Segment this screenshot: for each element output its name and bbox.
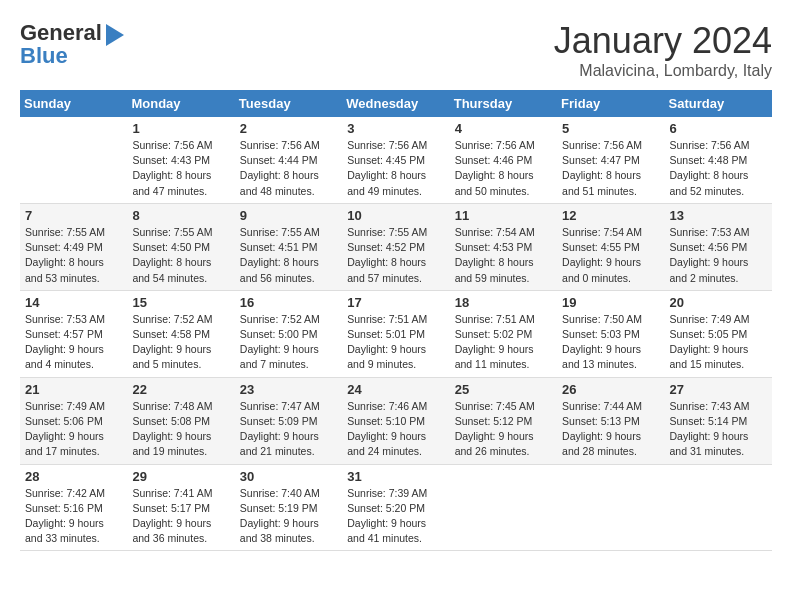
calendar-cell: 30Sunrise: 7:40 AMSunset: 5:19 PMDayligh… <box>235 464 342 551</box>
calendar-week-row: 28Sunrise: 7:42 AMSunset: 5:16 PMDayligh… <box>20 464 772 551</box>
day-number: 14 <box>25 295 122 310</box>
header-sunday: Sunday <box>20 90 127 117</box>
day-info: Sunrise: 7:53 AMSunset: 4:56 PMDaylight:… <box>670 225 767 286</box>
day-number: 7 <box>25 208 122 223</box>
day-info: Sunrise: 7:42 AMSunset: 5:16 PMDaylight:… <box>25 486 122 547</box>
day-number: 26 <box>562 382 659 397</box>
day-info: Sunrise: 7:51 AMSunset: 5:02 PMDaylight:… <box>455 312 552 373</box>
calendar-cell: 25Sunrise: 7:45 AMSunset: 5:12 PMDayligh… <box>450 377 557 464</box>
day-number: 16 <box>240 295 337 310</box>
calendar-cell: 2Sunrise: 7:56 AMSunset: 4:44 PMDaylight… <box>235 117 342 203</box>
calendar-cell: 22Sunrise: 7:48 AMSunset: 5:08 PMDayligh… <box>127 377 234 464</box>
day-number: 24 <box>347 382 444 397</box>
day-number: 1 <box>132 121 229 136</box>
calendar-cell: 23Sunrise: 7:47 AMSunset: 5:09 PMDayligh… <box>235 377 342 464</box>
title-block: January 2024 Malavicina, Lombardy, Italy <box>554 20 772 80</box>
calendar-week-row: 21Sunrise: 7:49 AMSunset: 5:06 PMDayligh… <box>20 377 772 464</box>
header-monday: Monday <box>127 90 234 117</box>
day-info: Sunrise: 7:56 AMSunset: 4:43 PMDaylight:… <box>132 138 229 199</box>
day-number: 20 <box>670 295 767 310</box>
day-info: Sunrise: 7:54 AMSunset: 4:53 PMDaylight:… <box>455 225 552 286</box>
calendar-cell: 21Sunrise: 7:49 AMSunset: 5:06 PMDayligh… <box>20 377 127 464</box>
day-number: 22 <box>132 382 229 397</box>
logo-blue-text: Blue <box>20 44 68 68</box>
day-number: 27 <box>670 382 767 397</box>
header-tuesday: Tuesday <box>235 90 342 117</box>
logo: General Blue <box>20 20 124 68</box>
calendar-cell: 15Sunrise: 7:52 AMSunset: 4:58 PMDayligh… <box>127 290 234 377</box>
calendar-cell: 11Sunrise: 7:54 AMSunset: 4:53 PMDayligh… <box>450 203 557 290</box>
day-info: Sunrise: 7:56 AMSunset: 4:46 PMDaylight:… <box>455 138 552 199</box>
day-number: 8 <box>132 208 229 223</box>
day-number: 29 <box>132 469 229 484</box>
day-number: 18 <box>455 295 552 310</box>
day-info: Sunrise: 7:56 AMSunset: 4:48 PMDaylight:… <box>670 138 767 199</box>
day-number: 31 <box>347 469 444 484</box>
day-number: 15 <box>132 295 229 310</box>
calendar-week-row: 7Sunrise: 7:55 AMSunset: 4:49 PMDaylight… <box>20 203 772 290</box>
header-thursday: Thursday <box>450 90 557 117</box>
day-info: Sunrise: 7:50 AMSunset: 5:03 PMDaylight:… <box>562 312 659 373</box>
logo-text: General <box>20 21 102 45</box>
day-number: 3 <box>347 121 444 136</box>
month-title: January 2024 <box>554 20 772 62</box>
calendar-header-row: SundayMondayTuesdayWednesdayThursdayFrid… <box>20 90 772 117</box>
calendar-cell <box>557 464 664 551</box>
day-info: Sunrise: 7:52 AMSunset: 5:00 PMDaylight:… <box>240 312 337 373</box>
calendar-cell: 4Sunrise: 7:56 AMSunset: 4:46 PMDaylight… <box>450 117 557 203</box>
day-number: 13 <box>670 208 767 223</box>
calendar-cell: 19Sunrise: 7:50 AMSunset: 5:03 PMDayligh… <box>557 290 664 377</box>
logo-triangle-icon <box>106 24 124 46</box>
day-info: Sunrise: 7:39 AMSunset: 5:20 PMDaylight:… <box>347 486 444 547</box>
day-number: 4 <box>455 121 552 136</box>
calendar-cell: 18Sunrise: 7:51 AMSunset: 5:02 PMDayligh… <box>450 290 557 377</box>
calendar-cell: 26Sunrise: 7:44 AMSunset: 5:13 PMDayligh… <box>557 377 664 464</box>
day-number: 9 <box>240 208 337 223</box>
day-info: Sunrise: 7:49 AMSunset: 5:06 PMDaylight:… <box>25 399 122 460</box>
calendar-cell <box>450 464 557 551</box>
calendar-cell: 28Sunrise: 7:42 AMSunset: 5:16 PMDayligh… <box>20 464 127 551</box>
day-info: Sunrise: 7:45 AMSunset: 5:12 PMDaylight:… <box>455 399 552 460</box>
day-info: Sunrise: 7:55 AMSunset: 4:51 PMDaylight:… <box>240 225 337 286</box>
day-info: Sunrise: 7:41 AMSunset: 5:17 PMDaylight:… <box>132 486 229 547</box>
day-info: Sunrise: 7:51 AMSunset: 5:01 PMDaylight:… <box>347 312 444 373</box>
day-number: 19 <box>562 295 659 310</box>
calendar-cell: 16Sunrise: 7:52 AMSunset: 5:00 PMDayligh… <box>235 290 342 377</box>
calendar-cell: 29Sunrise: 7:41 AMSunset: 5:17 PMDayligh… <box>127 464 234 551</box>
calendar-cell <box>20 117 127 203</box>
header-friday: Friday <box>557 90 664 117</box>
calendar-cell: 20Sunrise: 7:49 AMSunset: 5:05 PMDayligh… <box>665 290 772 377</box>
calendar-cell: 6Sunrise: 7:56 AMSunset: 4:48 PMDaylight… <box>665 117 772 203</box>
day-number: 28 <box>25 469 122 484</box>
day-info: Sunrise: 7:55 AMSunset: 4:52 PMDaylight:… <box>347 225 444 286</box>
calendar-cell: 12Sunrise: 7:54 AMSunset: 4:55 PMDayligh… <box>557 203 664 290</box>
header-wednesday: Wednesday <box>342 90 449 117</box>
day-info: Sunrise: 7:56 AMSunset: 4:47 PMDaylight:… <box>562 138 659 199</box>
day-info: Sunrise: 7:55 AMSunset: 4:49 PMDaylight:… <box>25 225 122 286</box>
calendar-cell: 31Sunrise: 7:39 AMSunset: 5:20 PMDayligh… <box>342 464 449 551</box>
day-info: Sunrise: 7:43 AMSunset: 5:14 PMDaylight:… <box>670 399 767 460</box>
calendar-cell: 3Sunrise: 7:56 AMSunset: 4:45 PMDaylight… <box>342 117 449 203</box>
calendar-cell: 7Sunrise: 7:55 AMSunset: 4:49 PMDaylight… <box>20 203 127 290</box>
calendar-cell: 24Sunrise: 7:46 AMSunset: 5:10 PMDayligh… <box>342 377 449 464</box>
calendar-cell: 13Sunrise: 7:53 AMSunset: 4:56 PMDayligh… <box>665 203 772 290</box>
day-info: Sunrise: 7:48 AMSunset: 5:08 PMDaylight:… <box>132 399 229 460</box>
day-info: Sunrise: 7:54 AMSunset: 4:55 PMDaylight:… <box>562 225 659 286</box>
day-number: 30 <box>240 469 337 484</box>
calendar-week-row: 14Sunrise: 7:53 AMSunset: 4:57 PMDayligh… <box>20 290 772 377</box>
day-info: Sunrise: 7:44 AMSunset: 5:13 PMDaylight:… <box>562 399 659 460</box>
day-number: 2 <box>240 121 337 136</box>
day-number: 17 <box>347 295 444 310</box>
day-info: Sunrise: 7:49 AMSunset: 5:05 PMDaylight:… <box>670 312 767 373</box>
calendar-cell: 5Sunrise: 7:56 AMSunset: 4:47 PMDaylight… <box>557 117 664 203</box>
day-number: 5 <box>562 121 659 136</box>
calendar-cell: 8Sunrise: 7:55 AMSunset: 4:50 PMDaylight… <box>127 203 234 290</box>
day-number: 11 <box>455 208 552 223</box>
calendar-cell <box>665 464 772 551</box>
day-number: 21 <box>25 382 122 397</box>
calendar-cell: 1Sunrise: 7:56 AMSunset: 4:43 PMDaylight… <box>127 117 234 203</box>
day-info: Sunrise: 7:46 AMSunset: 5:10 PMDaylight:… <box>347 399 444 460</box>
day-info: Sunrise: 7:55 AMSunset: 4:50 PMDaylight:… <box>132 225 229 286</box>
day-info: Sunrise: 7:40 AMSunset: 5:19 PMDaylight:… <box>240 486 337 547</box>
calendar-cell: 10Sunrise: 7:55 AMSunset: 4:52 PMDayligh… <box>342 203 449 290</box>
